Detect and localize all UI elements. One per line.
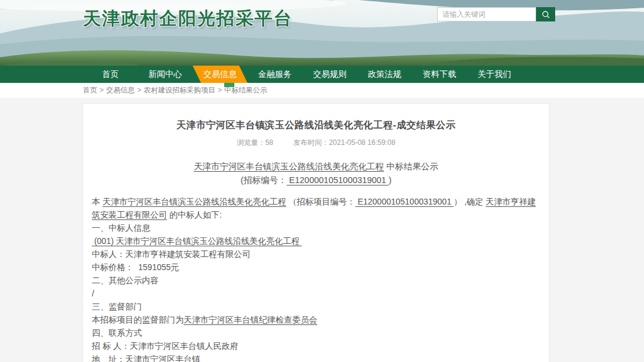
views-label: 浏览量：: [237, 138, 265, 147]
breadcrumb-separator: >: [218, 86, 222, 94]
nav-item-5[interactable]: 交易规则: [302, 66, 357, 83]
nav-item-label: 政策法规: [368, 69, 401, 79]
plain-text: ): [389, 175, 392, 185]
plain-text: /: [92, 289, 94, 298]
nav-item-label: 交易规则: [313, 69, 346, 79]
banner: 天津政村企阳光招采平台: [0, 0, 644, 66]
article-subtitle: 天津市宁河区丰台镇滨玉公路线沿线美化亮化工程 中标结果公示(招标编号： E120…: [92, 160, 540, 187]
active-tab-marker: [224, 83, 234, 87]
breadcrumb-item[interactable]: 农村建设招标采购项目: [144, 86, 215, 94]
search-icon: [541, 10, 550, 19]
nav-item-label: 资料下载: [423, 69, 456, 79]
article-line: 三、监督部门: [92, 300, 540, 313]
plain-text: 本招标项目的监督部门为: [92, 315, 184, 324]
plain-text: 中标价格： 1591055元: [92, 262, 179, 272]
nav-item-label: 首页: [102, 69, 119, 79]
article-line: 中标价格： 1591055元: [92, 261, 540, 274]
views-count: 58: [265, 138, 273, 147]
publish-time: 2021-05-08 16:59:08: [329, 138, 395, 147]
nav-item-7[interactable]: 资料下载: [412, 66, 467, 83]
article-line: 一、中标人信息: [92, 221, 540, 234]
nav-item-2[interactable]: 新闻中心: [138, 66, 193, 83]
underlined-text: 天津市宁河区丰台镇滨玉公路线沿线美化亮化工程: [194, 162, 384, 171]
article-line: 本招标项目的监督部门为天津市宁河区丰台镇纪律检查委员会: [92, 313, 540, 326]
site-title: 天津政村企阳光招采平台: [83, 7, 293, 31]
article-meta: 浏览量：58 发布时间：2021-05-08 16:59:08: [92, 138, 540, 148]
breadcrumb-bar: 首页>交易信息>农村建设招标采购项目>中标结果公示: [0, 83, 644, 98]
breadcrumb-item[interactable]: 交易信息: [106, 86, 135, 94]
underlined-text: E1200001051000319001: [287, 175, 389, 185]
article-line: (招标编号： E1200001051000319001 ): [92, 174, 540, 187]
article-line: 四、联系方式: [92, 326, 540, 339]
plain-text: 一、中标人信息: [92, 223, 150, 233]
nav-item-label: 交易信息: [203, 69, 237, 79]
underlined-text: 天津市宁河区丰台镇纪律检查委员会: [184, 315, 317, 324]
nav-item-label: 关于我们: [478, 69, 511, 79]
breadcrumb-separator: >: [137, 86, 141, 94]
plain-text: （招标项目编号：: [286, 197, 355, 206]
plain-text: 本: [92, 197, 103, 206]
nav-item-label: 新闻中心: [148, 69, 182, 79]
search-input[interactable]: [437, 7, 536, 21]
article-line: 招 标 人：天津市宁河区丰台镇人民政府: [92, 339, 540, 352]
breadcrumb-item[interactable]: 首页: [83, 86, 97, 94]
page-background: 天津市宁河区丰台镇滨玉公路线沿线美化亮化工程-成交结果公示 浏览量：58 发布时…: [0, 98, 644, 362]
nav-item-1[interactable]: 首页: [83, 66, 138, 83]
publish-label: 发布时间：: [293, 138, 329, 147]
article-line: 地 址：天津市宁河区丰台镇: [92, 352, 540, 362]
article-line: 本 天津市宁河区丰台镇滨玉公路线沿线美化亮化工程 （招标项目编号： E12000…: [92, 195, 540, 221]
plain-text: 中标结果公示: [384, 162, 438, 171]
plain-text: ） ,确定: [454, 197, 486, 206]
nav-item-3[interactable]: 交易信息: [193, 66, 247, 83]
plain-text: 地 址：天津市宁河区丰台镇: [92, 354, 200, 362]
article-line: 天津市宁河区丰台镇滨玉公路线沿线美化亮化工程 中标结果公示: [92, 160, 540, 174]
plain-text: 四、联系方式: [92, 328, 142, 338]
plain-text: 二、其他公示内容: [92, 276, 159, 285]
nav-item-label: 金融服务: [258, 69, 292, 79]
nav-item-8[interactable]: 关于我们: [467, 66, 522, 83]
article-line: (001) 天津市宁河区丰台镇滨玉公路线沿线美化亮化工程: [92, 234, 540, 247]
plain-text: 招 标 人：天津市宁河区丰台镇人民政府: [92, 341, 239, 351]
plain-text: (招标编号：: [240, 175, 286, 185]
article-line: 二、其他公示内容: [92, 274, 540, 287]
article-body: 本 天津市宁河区丰台镇滨玉公路线沿线美化亮化工程 （招标项目编号： E12000…: [92, 195, 540, 362]
underlined-text: (001) 天津市宁河区丰台镇滨玉公路线沿线美化亮化工程: [92, 236, 302, 246]
underlined-text: 天津市宁河区丰台镇滨玉公路线沿线美化亮化工程: [103, 197, 286, 206]
article-title: 天津市宁河区丰台镇滨玉公路线沿线美化亮化工程-成交结果公示: [92, 119, 540, 132]
nav-item-4[interactable]: 金融服务: [247, 66, 302, 83]
breadcrumb-separator: >: [100, 86, 104, 94]
plain-text: 的中标人如下:: [167, 210, 222, 219]
underlined-text: E1200001051000319001: [355, 197, 454, 206]
main-nav: 首页新闻中心交易信息金融服务交易规则政策法规资料下载关于我们: [0, 66, 644, 83]
nav-item-6[interactable]: 政策法规: [357, 66, 412, 83]
article-line: /: [92, 287, 540, 300]
plain-text: 三、监督部门: [92, 302, 142, 311]
nav-menu: 首页新闻中心交易信息金融服务交易规则政策法规资料下载关于我们: [83, 66, 522, 83]
search-button[interactable]: [536, 7, 555, 21]
breadcrumb-item[interactable]: 中标结果公示: [224, 86, 267, 94]
plain-text: 中标人：天津市亨祥建筑安装工程有限公司: [92, 249, 250, 259]
search-bar: [437, 7, 555, 21]
article-line: 中标人：天津市亨祥建筑安装工程有限公司: [92, 247, 540, 261]
article-card: 天津市宁河区丰台镇滨玉公路线沿线美化亮化工程-成交结果公示 浏览量：58 发布时…: [82, 103, 550, 362]
breadcrumb: 首页>交易信息>农村建设招标采购项目>中标结果公示: [83, 85, 267, 95]
